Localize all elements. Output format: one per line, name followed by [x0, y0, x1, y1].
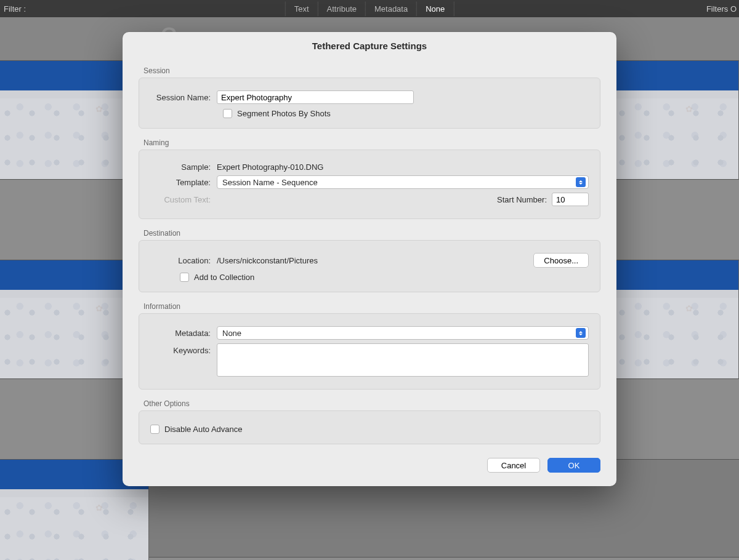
naming-panel: Sample: Expert Photography-010.DNG Templ…: [139, 150, 600, 219]
filter-bar: Filter : Text Attribute Metadata None Fi…: [0, 0, 739, 17]
filter-tab-attribute[interactable]: Attribute: [318, 2, 366, 16]
template-select[interactable]: Session Name - Sequence: [217, 175, 589, 189]
choose-button[interactable]: Choose...: [533, 253, 589, 268]
destination-section-label: Destination: [143, 229, 600, 238]
filter-label: Filter :: [0, 4, 26, 14]
sample-value: Expert Photography-010.DNG: [217, 162, 323, 172]
filter-tab-metadata[interactable]: Metadata: [366, 2, 417, 16]
dropdown-caret-icon: [576, 328, 586, 338]
session-name-input[interactable]: [217, 90, 414, 104]
other-options-section-label: Other Options: [143, 399, 600, 408]
tethered-capture-dialog: Tethered Capture Settings Session Sessio…: [123, 32, 616, 486]
filter-tab-text[interactable]: Text: [285, 2, 318, 16]
disable-auto-advance-checkbox[interactable]: [150, 425, 160, 434]
disable-auto-advance-label: Disable Auto Advance: [164, 425, 242, 434]
start-number-label: Start Number:: [497, 195, 547, 204]
session-section-label: Session: [143, 66, 600, 75]
dialog-footer: Cancel OK: [123, 454, 616, 486]
destination-panel: Location: /Users/nickconstant/Pictures C…: [139, 240, 600, 292]
metadata-label: Metadata:: [150, 329, 217, 338]
segment-photos-label: Segment Photos By Shots: [237, 109, 331, 118]
naming-section-label: Naming: [143, 138, 600, 147]
metadata-select[interactable]: None: [217, 326, 589, 340]
filter-tabs: Text Attribute Metadata None: [285, 2, 454, 16]
template-label: Template:: [150, 178, 217, 187]
location-value: /Users/nickconstant/Pictures: [217, 256, 318, 265]
metadata-select-value: None: [222, 329, 241, 338]
add-to-collection-checkbox[interactable]: [180, 273, 189, 282]
location-label: Location:: [150, 256, 217, 265]
other-options-panel: Disable Auto Advance: [139, 410, 600, 444]
keywords-input[interactable]: [217, 343, 589, 377]
cancel-button[interactable]: Cancel: [487, 458, 540, 473]
ok-button[interactable]: OK: [547, 458, 600, 473]
dropdown-caret-icon: [576, 177, 586, 187]
custom-text-label: Custom Text:: [150, 195, 217, 204]
segment-photos-checkbox[interactable]: [223, 109, 232, 118]
add-to-collection-label: Add to Collection: [194, 273, 254, 282]
information-section-label: Information: [143, 302, 600, 311]
filter-tab-none[interactable]: None: [417, 2, 454, 16]
filters-toggle[interactable]: Filters O: [706, 4, 739, 14]
sample-label: Sample:: [150, 162, 217, 172]
session-panel: Session Name: Segment Photos By Shots: [139, 78, 600, 129]
template-select-value: Session Name - Sequence: [222, 178, 318, 187]
information-panel: Metadata: None Keywords:: [139, 313, 600, 390]
dialog-title: Tethered Capture Settings: [123, 32, 616, 62]
keywords-label: Keywords:: [150, 343, 217, 355]
session-name-label: Session Name:: [150, 93, 217, 102]
start-number-input[interactable]: [552, 193, 589, 206]
